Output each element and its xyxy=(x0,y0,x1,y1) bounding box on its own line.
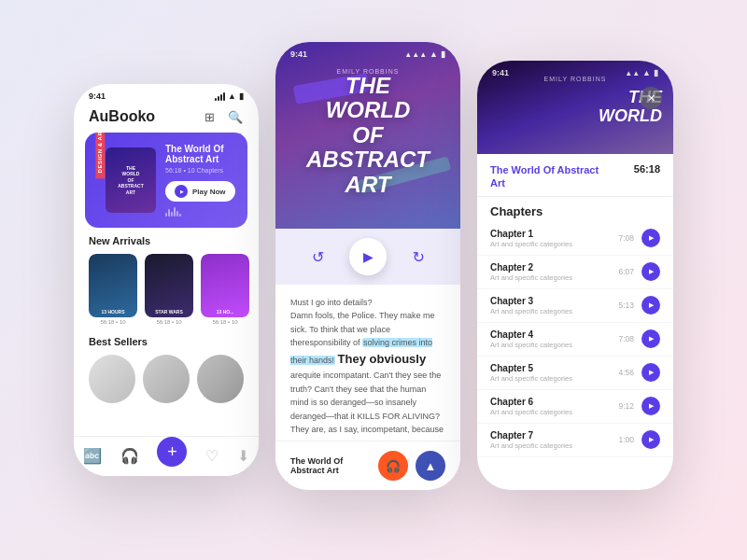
chapter-name-6: Chapter 6 xyxy=(490,397,618,407)
chapter-info-6: Chapter 6 Art and specific categories xyxy=(490,397,618,416)
featured-meta: 56:18 • 10 Chapters xyxy=(165,167,236,174)
chapter-time-7: 1:00 xyxy=(618,435,634,444)
status-icons-3: ▲▲ ▲ ▮ xyxy=(625,68,658,77)
nav-audio[interactable]: 🎧 xyxy=(120,447,139,465)
nav-add-button[interactable]: + xyxy=(157,437,187,467)
chapter-time-4: 7:08 xyxy=(618,334,634,343)
wifi-icon: ▲ xyxy=(228,91,236,101)
chapter-play-button-6[interactable]: ▶ xyxy=(641,397,660,415)
best-sellers-title: Best Sellers xyxy=(89,336,244,347)
featured-book-cover: THEWORLDOFABSTRACTART xyxy=(106,147,156,213)
chapter-name-5: Chapter 5 xyxy=(490,363,618,373)
list-item[interactable]: 13 HOURS 56:18 • 10 xyxy=(89,254,137,325)
chapter-sub-4: Art and specific categories xyxy=(490,341,618,349)
chapter-play-button-4[interactable]: ▶ xyxy=(641,329,660,348)
wifi-icon-3: ▲ xyxy=(642,68,651,77)
signal-icon-2: ▲▲▲ xyxy=(404,50,427,59)
status-icons-2: ▲▲▲ ▲ ▮ xyxy=(404,49,445,59)
bookmark-button[interactable]: 🎧 xyxy=(378,451,408,481)
main-play-button[interactable]: ▶ xyxy=(349,238,387,275)
chapter-sub-2: Art and specific categories xyxy=(490,273,618,282)
best-seller-avatar-1 xyxy=(89,355,135,403)
chapter-info-2: Chapter 2 Art and specific categories xyxy=(490,262,618,282)
play-label: Play Now xyxy=(192,188,226,196)
phone-reader: 9:41 ▲▲▲ ▲ ▮ EMILY ROBBINS THEWORLDOFABS… xyxy=(275,42,460,490)
book-cover-2: STAR WARS xyxy=(145,254,193,317)
play-button[interactable]: Play Now xyxy=(165,181,235,202)
phone-home: 9:41 ▲ ▮ AuBooko ⊞ 🔍 DESIGN & ART THEWOR… xyxy=(74,84,259,476)
best-seller-avatar-3 xyxy=(197,355,244,403)
chapter-name-3: Chapter 3 xyxy=(490,296,618,306)
chapters-heading: Chapters xyxy=(477,197,673,222)
chapter-play-button-1[interactable]: ▶ xyxy=(641,229,660,247)
best-sellers-section: Best Sellers xyxy=(74,329,259,407)
chapter-play-button-5[interactable]: ▶ xyxy=(641,363,660,382)
chapter-sub-5: Art and specific categories xyxy=(490,374,618,383)
app-header: AuBooko ⊞ 🔍 xyxy=(74,105,259,133)
nav-home[interactable]: 🔤 xyxy=(83,447,102,465)
chapter-sub-3: Art and specific categories xyxy=(490,307,618,315)
table-row: Chapter 5 Art and specific categories 4:… xyxy=(477,357,673,390)
chapter-name-7: Chapter 7 xyxy=(490,430,618,441)
chapter-info-7: Chapter 7 Art and specific categories xyxy=(490,430,618,450)
list-item[interactable]: 13 HO... 56:18 • 10 xyxy=(201,254,249,325)
chapter-book-title: The World Of Abstract Art xyxy=(490,163,612,190)
book-meta-1: 56:18 • 10 xyxy=(89,319,137,325)
table-row: Chapter 2 Art and specific categories 6:… xyxy=(477,256,673,289)
chapter-name-1: Chapter 1 xyxy=(490,229,618,239)
chapter-time-1: 7:08 xyxy=(618,233,634,243)
chapter-play-button-3[interactable]: ▶ xyxy=(641,296,660,315)
chapter-info-3: Chapter 3 Art and specific categories xyxy=(490,296,618,315)
search-icon[interactable]: 🔍 xyxy=(227,108,244,125)
list-item[interactable]: STAR WARS 56:18 • 10 xyxy=(145,254,193,325)
book-cover-1: 13 HOURS xyxy=(89,254,137,317)
featured-info: The World Of Abstract Art 56:18 • 10 Cha… xyxy=(165,144,236,217)
signal-icon-3: ▲▲ xyxy=(625,69,640,77)
chapter-sub-7: Art and specific categories xyxy=(490,441,618,450)
best-seller-avatar-2 xyxy=(143,355,190,403)
chapter-info-5: Chapter 5 Art and specific categories xyxy=(490,363,618,383)
chapter-sub-6: Art and specific categories xyxy=(490,408,618,416)
status-icons-1: ▲ ▮ xyxy=(215,91,244,101)
up-button[interactable]: ▲ xyxy=(416,451,445,481)
app-logo: AuBooko xyxy=(89,108,155,125)
signal-icon xyxy=(215,92,225,101)
new-arrivals-list: 13 HOURS 56:18 • 10 STAR WARS 56:18 • 10… xyxy=(89,254,244,325)
chapter-time-2: 6:07 xyxy=(618,267,634,276)
chapter-info-1: Chapter 1 Art and specific categories xyxy=(490,229,618,248)
chapter-time-3: 5:13 xyxy=(618,301,634,310)
new-arrivals-section: New Arrivals 13 HOURS 56:18 • 10 STAR WA… xyxy=(74,228,259,329)
featured-title: The World Of Abstract Art xyxy=(165,144,236,164)
battery-icon-2: ▮ xyxy=(441,49,445,59)
nav-download[interactable]: ⬇ xyxy=(237,447,249,465)
reader-book-title: The World Of Abstract Art xyxy=(290,456,371,475)
forward-button[interactable]: ↺ xyxy=(403,242,433,272)
chapters-list: Chapter 1 Art and specific categories 7:… xyxy=(477,222,673,457)
chapter-play-button-2[interactable]: ▶ xyxy=(641,262,660,281)
wifi-icon-2: ▲ xyxy=(430,49,438,59)
book-meta-3: 56:18 • 10 xyxy=(201,319,249,325)
chapter-play-button-7[interactable]: ▶ xyxy=(641,430,660,449)
grid-icon[interactable]: ⊞ xyxy=(201,108,218,125)
book-info-bar: The World Of Abstract Art 56:18 xyxy=(477,154,673,197)
status-time-1: 9:41 xyxy=(89,91,106,101)
chapter-name-4: Chapter 4 xyxy=(490,329,618,340)
table-row: Chapter 1 Art and specific categories 7:… xyxy=(477,222,673,256)
book-duration: 56:18 xyxy=(634,163,660,175)
battery-icon-3: ▮ xyxy=(654,68,658,77)
rewind-button[interactable]: ↺ xyxy=(303,242,332,272)
phone-chapters: 9:41 ▲▲ ▲ ▮ EMILY ROBBINS THEWORLD ✕ The… xyxy=(477,61,673,490)
table-row: Chapter 7 Art and specific categories 1:… xyxy=(477,424,673,457)
cover-title: THEWORLDOFABSTRACTART xyxy=(306,74,430,197)
book-cover-3: 13 HO... xyxy=(201,254,249,317)
table-row: Chapter 3 Art and specific categories 5:… xyxy=(477,289,673,323)
status-bar-3: 9:41 ▲▲ ▲ ▮ xyxy=(477,61,673,81)
nav-favorites[interactable]: ♡ xyxy=(205,447,218,465)
new-arrivals-title: New Arrivals xyxy=(89,235,244,246)
waveform xyxy=(165,207,236,217)
chapter-time-5: 4:56 xyxy=(618,368,634,377)
audio-controls: ↺ ▶ ↺ xyxy=(275,229,460,285)
close-button[interactable]: ✕ xyxy=(640,87,662,109)
featured-tag: DESIGN & ART xyxy=(95,133,105,178)
status-bar-1: 9:41 ▲ ▮ xyxy=(74,84,259,105)
